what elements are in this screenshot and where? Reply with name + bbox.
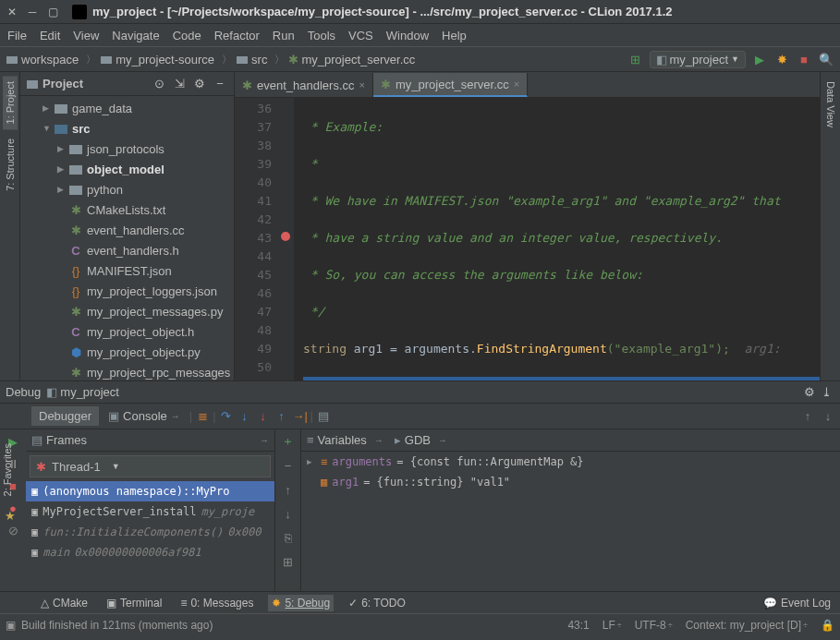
watch-up-icon[interactable]: ↑ <box>280 481 297 498</box>
tree-folder-json-protocols[interactable]: ▶json_protocols <box>20 139 234 159</box>
encoding[interactable]: UTF-8 <box>635 619 666 632</box>
hide-icon[interactable]: − <box>212 76 228 92</box>
tree-folder-python[interactable]: ▶python <box>20 179 234 199</box>
tree-file-event-handlers-h[interactable]: Cevent_handlers.h <box>20 240 234 260</box>
tab-terminal[interactable]: ▣Terminal <box>103 595 165 611</box>
run-button[interactable]: ▶ <box>751 51 768 67</box>
code-area[interactable]: * Example: * * We have in MANIFEST.json … <box>294 98 820 380</box>
evaluate-icon[interactable]: ▤ <box>315 408 332 425</box>
frame-row[interactable]: ▣(anonymous namespace)::MyPro <box>26 481 274 501</box>
editor-body[interactable]: 36 37 38 39 40 41 42 43 44 45 46 47 48 4… <box>235 98 820 380</box>
prev-frame-icon[interactable]: ↑ <box>799 407 816 424</box>
menu-navigate[interactable]: Navigate <box>112 29 159 42</box>
stop-button[interactable]: ■ <box>796 51 812 67</box>
cursor-position[interactable]: 43:1 <box>567 619 589 632</box>
tab-debug[interactable]: ✸5: Debug <box>268 595 334 611</box>
frame-list[interactable]: ▣(anonymous namespace)::MyPro ▣MyProject… <box>26 481 274 591</box>
collapse-icon[interactable]: ⊙ <box>151 76 167 92</box>
expand-icon[interactable]: ⇲ <box>171 76 188 92</box>
tree-file-loggers[interactable]: {}my_project_loggers.json <box>20 281 234 301</box>
tab-project[interactable]: 1: Project <box>3 76 18 129</box>
tab-todo[interactable]: ✓6: TODO <box>345 595 409 611</box>
remove-watch-icon[interactable]: − <box>280 457 297 474</box>
frame-row[interactable]: ▣MyProjectServer_install my_proje <box>26 501 274 522</box>
tree-file-rpc[interactable]: ✱my_project_rpc_messages <box>20 362 234 380</box>
breakpoint-icon[interactable] <box>281 232 290 241</box>
editor-tab-server[interactable]: ✱ my_project_server.cc × <box>373 73 528 97</box>
tab-favorites[interactable]: 2: Favorites <box>0 438 15 501</box>
tab-cmake[interactable]: △CMake <box>37 595 91 611</box>
close-icon[interactable]: × <box>514 78 519 90</box>
mute-breakpoints-icon[interactable]: ⊘ <box>5 522 21 538</box>
variable-row[interactable]: ▦arg1 = {fun::string} "val1" <box>301 472 840 492</box>
tab-messages[interactable]: ≡0: Messages <box>177 595 257 611</box>
tree-folder-game-data[interactable]: ▶game_data <box>20 98 234 118</box>
run-to-cursor-icon[interactable]: →| <box>292 408 309 425</box>
tab-data-view[interactable]: Data View <box>823 76 838 133</box>
crumb-workspace[interactable]: workspace <box>6 53 79 66</box>
star-icon[interactable]: ★ <box>0 509 20 523</box>
tree-folder-object-model[interactable]: ▶object_model <box>20 159 234 179</box>
menu-view[interactable]: View <box>73 29 99 42</box>
add-watch-icon[interactable]: ＋ <box>280 433 297 450</box>
gear-icon[interactable]: ⚙ <box>801 384 818 401</box>
step-filter-icon[interactable]: ≣ <box>194 408 211 425</box>
context[interactable]: Context: my_project [D] <box>686 619 801 632</box>
tab-event-log[interactable]: 💬Event Log <box>760 595 834 611</box>
project-tree[interactable]: ▶game_data ▼src ▶json_protocols ▶object_… <box>20 96 234 380</box>
menu-edit[interactable]: Edit <box>40 29 60 42</box>
tree-folder-src[interactable]: ▼src <box>20 118 234 139</box>
code-text: */ <box>303 305 324 319</box>
crumb-source[interactable]: my_project-source <box>100 53 214 66</box>
menu-tools[interactable]: Tools <box>308 29 335 42</box>
tree-file-messages[interactable]: ✱my_project_messages.py <box>20 301 234 321</box>
tree-file-event-handlers-cc[interactable]: ✱event_handlers.cc <box>20 220 234 240</box>
grid-icon[interactable]: ⊞ <box>627 51 644 67</box>
lock-icon[interactable]: 🔒 <box>821 619 834 632</box>
line-ending[interactable]: LF <box>603 619 615 632</box>
menu-help[interactable]: Help <box>442 29 467 42</box>
force-step-into-icon[interactable]: ↓ <box>255 408 272 425</box>
step-over-icon[interactable]: ↷ <box>218 408 235 425</box>
close-icon[interactable]: × <box>359 79 365 91</box>
variable-row[interactable]: ▶≡arguments = {const fun::ArgumentMap &} <box>301 452 840 472</box>
show-icon[interactable]: ⊞ <box>280 553 297 570</box>
gutter-marks[interactable] <box>277 98 294 380</box>
next-frame-icon[interactable]: ↓ <box>820 407 836 424</box>
search-icon[interactable]: 🔍 <box>818 51 834 67</box>
tree-file-object-h[interactable]: Cmy_project_object.h <box>20 321 234 342</box>
maximize-icon[interactable]: ▢ <box>46 6 59 18</box>
tree-file-cmakelists[interactable]: ✱CMakeLists.txt <box>20 199 234 220</box>
minimize-icon[interactable]: ─ <box>26 6 39 18</box>
folder-icon <box>236 53 249 66</box>
tab-debugger[interactable]: Debugger <box>31 406 99 426</box>
tree-file-object-py[interactable]: ⬢my_project_object.py <box>20 342 234 362</box>
editor-tab-event-handlers[interactable]: ✱ event_handlers.cc × <box>235 73 373 97</box>
menu-run[interactable]: Run <box>273 29 295 42</box>
status-corner-icon[interactable]: ▣ <box>6 619 16 632</box>
tab-structure[interactable]: 7: Structure <box>3 133 18 197</box>
crumb-file[interactable]: ✱ my_project_server.cc <box>288 53 415 66</box>
step-out-icon[interactable]: ↑ <box>274 408 290 425</box>
thread-selector[interactable]: ✱ Thread-1 ▼ <box>30 455 271 477</box>
tree-file-manifest[interactable]: {}MANIFEST.json <box>20 260 234 281</box>
run-config-selector[interactable]: ◧ my_project ▼ <box>650 51 747 68</box>
cpp-file-icon: ✱ <box>288 53 298 66</box>
menu-file[interactable]: File <box>7 29 27 42</box>
frame-row[interactable]: ▣main 0x000000000006af981 <box>26 542 274 562</box>
gear-icon[interactable]: ⚙ <box>191 76 208 92</box>
menu-refactor[interactable]: Refactor <box>214 29 260 42</box>
close-icon[interactable]: ✕ <box>6 6 18 18</box>
menu-code[interactable]: Code <box>173 29 201 42</box>
tab-console[interactable]: ▣Console→ <box>101 406 188 426</box>
frame-row[interactable]: ▣fun::InitializeComponents() 0x000 <box>26 522 274 542</box>
line-number-gutter[interactable]: 36 37 38 39 40 41 42 43 44 45 46 47 48 4… <box>235 98 277 380</box>
debug-button[interactable]: ✸ <box>773 51 790 67</box>
pin-icon[interactable]: ⤓ <box>818 384 834 401</box>
menu-vcs[interactable]: VCS <box>348 29 373 42</box>
menu-window[interactable]: Window <box>386 29 429 42</box>
watch-down-icon[interactable]: ↓ <box>280 505 297 522</box>
copy-icon[interactable]: ⎘ <box>280 529 297 546</box>
step-into-icon[interactable]: ↓ <box>237 408 253 425</box>
crumb-src[interactable]: src <box>236 53 267 66</box>
